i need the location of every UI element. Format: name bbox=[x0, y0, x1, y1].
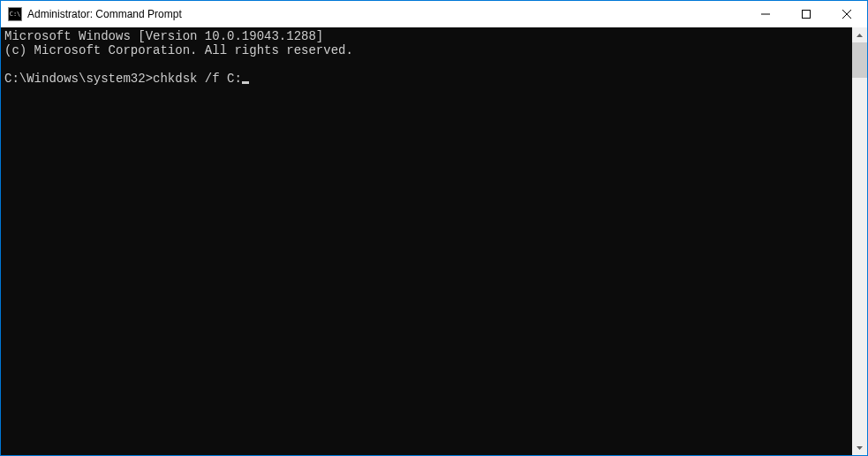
terminal-prompt: C:\Windows\system32> bbox=[4, 72, 153, 86]
terminal-blank-line bbox=[4, 57, 852, 72]
maximize-button[interactable] bbox=[786, 1, 826, 27]
scroll-up-button[interactable] bbox=[852, 27, 867, 42]
close-button[interactable] bbox=[826, 1, 867, 27]
scroll-thumb[interactable] bbox=[852, 42, 867, 78]
close-icon bbox=[842, 10, 851, 19]
scroll-track[interactable] bbox=[852, 42, 867, 440]
cmd-icon-label: C:\ bbox=[10, 11, 21, 18]
window-title: Administrator: Command Prompt bbox=[27, 8, 182, 20]
svg-marker-4 bbox=[857, 34, 863, 37]
terminal-output[interactable]: Microsoft Windows [Version 10.0.19043.12… bbox=[1, 27, 852, 455]
terminal-line: (c) Microsoft Corporation. All rights re… bbox=[4, 43, 852, 57]
content-area: Microsoft Windows [Version 10.0.19043.12… bbox=[1, 27, 867, 455]
cmd-icon: C:\ bbox=[8, 7, 22, 21]
chevron-down-icon bbox=[857, 446, 863, 450]
chevron-up-icon bbox=[857, 34, 863, 37]
terminal-command: chkdsk /f C: bbox=[153, 72, 242, 86]
terminal-prompt-line: C:\Windows\system32>chkdsk /f C: bbox=[4, 72, 852, 86]
svg-rect-1 bbox=[803, 11, 811, 19]
scroll-down-button[interactable] bbox=[852, 440, 867, 455]
minimize-icon bbox=[761, 10, 770, 19]
terminal-line: Microsoft Windows [Version 10.0.19043.12… bbox=[4, 29, 852, 43]
minimize-button[interactable] bbox=[745, 1, 786, 27]
maximize-icon bbox=[802, 10, 811, 19]
vertical-scrollbar[interactable] bbox=[852, 27, 867, 455]
terminal-cursor bbox=[242, 81, 249, 84]
command-prompt-window: C:\ Administrator: Command Prompt bbox=[0, 0, 868, 456]
titlebar[interactable]: C:\ Administrator: Command Prompt bbox=[1, 1, 867, 27]
svg-marker-5 bbox=[857, 446, 863, 450]
window-controls bbox=[745, 1, 867, 27]
